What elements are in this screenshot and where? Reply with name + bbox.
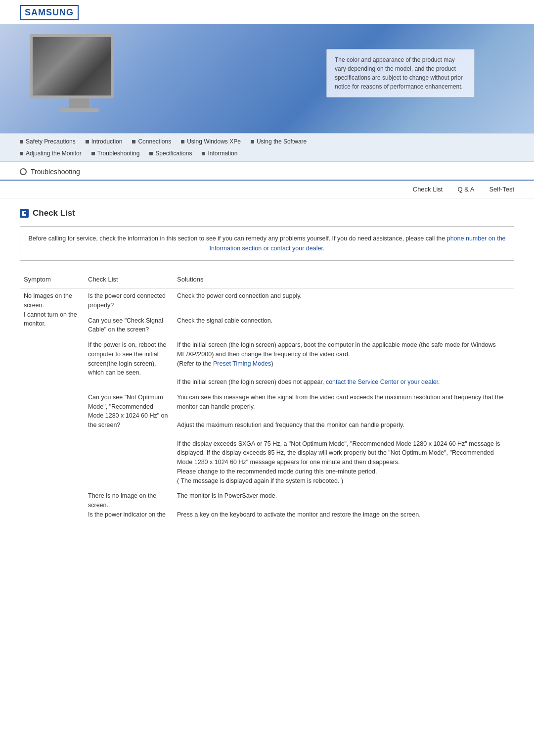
nav-label: Adjusting the Monitor — [26, 150, 82, 157]
breadcrumb-circle-icon — [20, 168, 27, 175]
nav-label: Introduction — [91, 138, 123, 145]
nav-label: Connections — [138, 138, 171, 145]
checklist-cell: There is no image on the screen.Is the p… — [84, 488, 173, 522]
checklist-cell: If the power is on, reboot the computer … — [84, 337, 173, 390]
monitor-illustration — [30, 34, 129, 113]
nav-troubleshooting[interactable]: Troubleshooting — [91, 148, 150, 158]
table-header-row: Symptom Check List Solutions — [20, 273, 514, 288]
solutions-cell: The monitor is in PowerSaver mode. Press… — [173, 488, 514, 522]
nav-row-1: Safety Precautions Introduction Connecti… — [20, 137, 514, 146]
trouble-table: Symptom Check List Solutions No images o… — [20, 273, 514, 522]
nav-label: Specifications — [155, 150, 192, 157]
nav-bullet — [251, 140, 254, 143]
nav-bullet — [86, 140, 89, 143]
nav-bullet — [202, 152, 205, 155]
info-box: Before calling for service, check the in… — [20, 226, 514, 261]
main-content: Check List Before calling for service, c… — [0, 198, 534, 532]
table-row: There is no image on the screen.Is the p… — [20, 488, 514, 522]
nav-bullet — [149, 152, 153, 155]
nav-label: Information — [208, 150, 237, 157]
nav-bullet — [91, 152, 95, 155]
logo-text: SAMSUNG — [20, 5, 79, 20]
sub-nav-selftest[interactable]: Self-Test — [489, 186, 514, 193]
checklist-cell: Can you see "Not Optimum Mode", "Recomme… — [84, 390, 173, 489]
table-row: Can you see "Check Signal Cable" on the … — [20, 313, 514, 338]
sub-nav: Check List Q & A Self-Test — [0, 181, 534, 198]
sub-nav-checklist[interactable]: Check List — [413, 186, 443, 193]
monitor-screen — [30, 34, 114, 98]
table-row: Can you see "Not Optimum Mode", "Recomme… — [20, 390, 514, 489]
col-checklist: Check List — [84, 273, 173, 288]
col-solutions: Solutions — [173, 273, 514, 288]
nav-using-software[interactable]: Using the Software — [251, 137, 316, 146]
service-center-link[interactable]: contact the Service Center or your deale… — [326, 378, 440, 385]
header: SAMSUNG — [0, 0, 534, 20]
nav-row-2: Adjusting the Monitor Troubleshooting Sp… — [20, 148, 514, 158]
solutions-cell: You can see this message when the signal… — [173, 390, 514, 489]
nav-label: Using the Software — [257, 138, 307, 145]
nav-adjusting-monitor[interactable]: Adjusting the Monitor — [20, 148, 91, 158]
nav-specifications[interactable]: Specifications — [149, 148, 202, 158]
section-title: Check List — [20, 208, 514, 218]
solutions-cell: If the initial screen (the login screen)… — [173, 337, 514, 390]
monitor-base — [59, 108, 99, 112]
logo: SAMSUNG — [20, 5, 514, 20]
sub-nav-qa[interactable]: Q & A — [457, 186, 474, 193]
section-title-text: Check List — [33, 208, 75, 218]
nav-bullet — [132, 140, 135, 143]
breadcrumb-bar: Troubleshooting — [0, 162, 534, 181]
col-symptom: Symptom — [20, 273, 84, 288]
preset-timing-link[interactable]: Preset Timing Modes — [213, 360, 271, 367]
nav-connections[interactable]: Connections — [132, 137, 181, 146]
checklist-icon-inner — [22, 211, 26, 216]
nav-bullet — [20, 152, 23, 155]
table-row: If the power is on, reboot the computer … — [20, 337, 514, 390]
trouble-table-wrapper: Symptom Check List Solutions No images o… — [20, 273, 514, 522]
checklist-cell: Can you see "Check Signal Cable" on the … — [84, 313, 173, 338]
checklist-icon — [20, 209, 29, 218]
nav-label: Using Windows XPe — [187, 138, 241, 145]
info-text-1: Before calling for service, check the in… — [28, 235, 446, 242]
monitor-stand — [69, 98, 89, 108]
solutions-cell: Check the power cord connection and supp… — [173, 288, 514, 313]
symptom-cell — [20, 488, 84, 522]
symptom-cell: No images on the screen.I cannot turn on… — [20, 288, 84, 489]
banner-text: The color and appearance of the product … — [326, 49, 475, 97]
breadcrumb-text: Troubleshooting — [31, 168, 80, 176]
checklist-cell: Is the power cord connected properly? — [84, 288, 173, 313]
nav-safety-precautions[interactable]: Safety Precautions — [20, 137, 86, 146]
nav-bullet — [20, 140, 23, 143]
nav-label: Safety Precautions — [26, 138, 76, 145]
nav-windows-xpe[interactable]: Using Windows XPe — [181, 137, 251, 146]
nav-introduction[interactable]: Introduction — [86, 137, 133, 146]
nav-information[interactable]: Information — [202, 148, 247, 158]
nav-bar: Safety Precautions Introduction Connecti… — [0, 133, 534, 162]
nav-label: Troubleshooting — [97, 150, 140, 157]
banner: The color and appearance of the product … — [0, 24, 534, 133]
solutions-cell: Check the signal cable connection. — [173, 313, 514, 338]
nav-bullet — [181, 140, 184, 143]
table-row: No images on the screen.I cannot turn on… — [20, 288, 514, 313]
